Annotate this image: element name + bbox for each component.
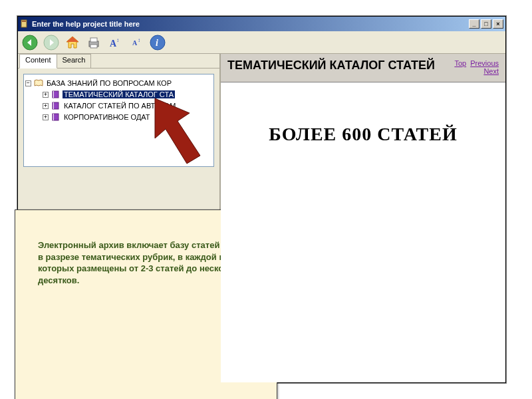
tree-item-label: КАТАЛОГ СТАТЕЙ ПО АВТОРАМ [63, 102, 177, 110]
info-button[interactable]: i [150, 35, 166, 51]
nav-tabs: Content Search [18, 54, 219, 68]
tree-item[interactable]: + КОРПОРАТИВНОЕ ОДАТ [43, 112, 212, 122]
window-controls: _ □ × [469, 19, 503, 29]
window-title: Enter the help project title here [32, 20, 469, 28]
tree-item[interactable]: + ТЕМАТИЧЕСКИЙ КАТАЛОГ СТА [43, 89, 212, 100]
minimize-button[interactable]: _ [469, 19, 479, 29]
tree-view[interactable]: − БАЗА ЗНАНИЙ ПО ВОПРОСАМ КОР + ТЕМАТИЧЕ… [23, 74, 214, 167]
closed-book-icon [51, 90, 61, 98]
font-increase-button[interactable]: A↕ [107, 35, 123, 51]
tree-item[interactable]: + КАТАЛОГ СТАТЕЙ ПО АВТОРАМ [43, 100, 212, 111]
closed-book-icon [51, 102, 61, 110]
main-layout: Content Search − БАЗА ЗНАНИЙ ПО ВОПРОСАМ… [18, 54, 505, 382]
svg-text:↕: ↕ [116, 37, 119, 43]
home-button[interactable] [65, 35, 80, 51]
tree-item-label: ТЕМАТИЧЕСКИЙ КАТАЛОГ СТА [63, 90, 175, 98]
tab-content[interactable]: Content [19, 54, 57, 68]
tab-search[interactable]: Search [57, 54, 92, 68]
content-banner: БОЛЕЕ 600 СТАТЕЙ [221, 124, 505, 145]
print-button[interactable] [86, 35, 102, 51]
expand-icon[interactable]: + [43, 114, 49, 120]
nav-next-link[interactable]: Next [483, 67, 499, 75]
svg-rect-5 [90, 38, 97, 42]
svg-text:↕: ↕ [138, 37, 140, 43]
maximize-button[interactable]: □ [481, 19, 491, 29]
open-book-icon [34, 79, 43, 87]
content-header: ТЕМАТИЧЕСКИЙ КАТАЛОГ СТАТЕЙ Top Previous… [221, 54, 505, 82]
svg-rect-14 [53, 91, 54, 98]
svg-text:A: A [132, 39, 138, 47]
svg-rect-1 [22, 21, 26, 22]
svg-rect-16 [53, 102, 54, 109]
font-decrease-button[interactable]: A↕ [128, 35, 144, 51]
tree-item-label: КОРПОРАТИВНОЕ ОДАТ [63, 113, 152, 121]
forward-button[interactable] [43, 35, 59, 51]
content-pane: ТЕМАТИЧЕСКИЙ КАТАЛОГ СТАТЕЙ Top Previous… [221, 54, 505, 382]
content-heading: ТЕМАТИЧЕСКИЙ КАТАЛОГ СТАТЕЙ [227, 59, 452, 72]
help-window: Enter the help project title here _ □ × … [17, 16, 506, 383]
app-icon [20, 19, 29, 29]
nav-previous-link[interactable]: Previous [470, 59, 499, 67]
closed-book-icon [51, 113, 61, 121]
content-nav-links: Top Previous Next [452, 59, 499, 75]
svg-rect-6 [90, 45, 97, 48]
toolbar: A↕ A↕ i [18, 31, 505, 54]
svg-rect-18 [53, 114, 54, 120]
close-button[interactable]: × [493, 19, 503, 29]
tree-root[interactable]: − БАЗА ЗНАНИЙ ПО ВОПРОСАМ КОР [25, 78, 212, 88]
tree-root-label: БАЗА ЗНАНИЙ ПО ВОПРОСАМ КОР [45, 79, 173, 87]
navigation-pane: Content Search − БАЗА ЗНАНИЙ ПО ВОПРОСАМ… [18, 54, 221, 382]
svg-text:i: i [156, 38, 158, 48]
collapse-icon[interactable]: − [25, 80, 31, 86]
titlebar[interactable]: Enter the help project title here _ □ × [18, 17, 505, 31]
nav-top-link[interactable]: Top [454, 59, 466, 67]
back-button[interactable] [22, 35, 38, 51]
expand-icon[interactable]: + [43, 103, 49, 109]
expand-icon[interactable]: + [43, 92, 49, 98]
